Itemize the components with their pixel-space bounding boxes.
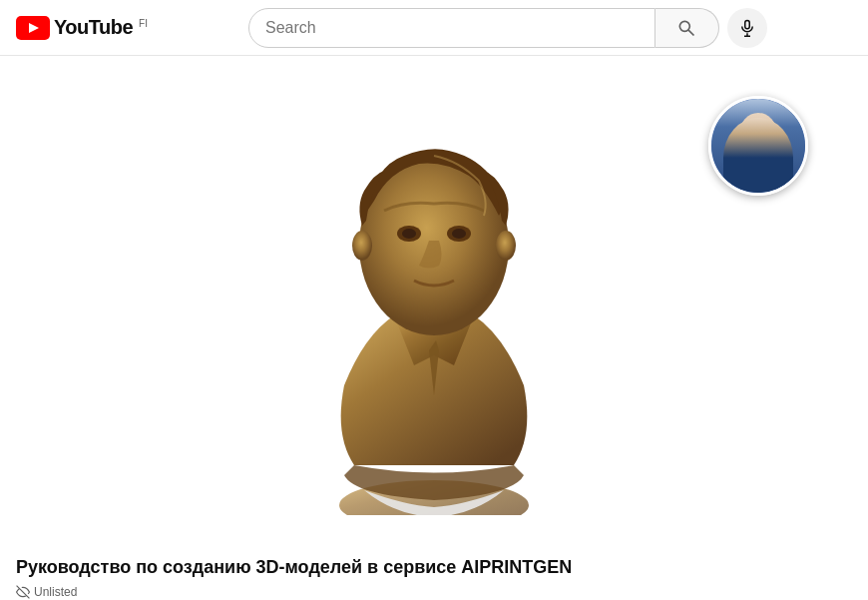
unlisted-icon: [16, 585, 30, 599]
video-title: Руководство по созданию 3D-моделей в сер…: [16, 556, 852, 579]
search-area: [248, 8, 767, 48]
logo-area: YouTube FI: [16, 16, 148, 40]
mic-button[interactable]: [727, 8, 767, 48]
mic-icon: [738, 19, 756, 37]
svg-point-2: [680, 21, 690, 31]
search-input[interactable]: [265, 19, 639, 37]
header: YouTube FI: [0, 0, 868, 56]
person-body: [723, 118, 793, 193]
youtube-badge: FI: [139, 18, 148, 29]
svg-rect-4: [745, 20, 750, 28]
search-icon: [676, 18, 696, 38]
svg-point-12: [402, 229, 416, 239]
svg-line-3: [689, 30, 694, 35]
video-container[interactable]: [0, 56, 868, 544]
svg-point-15: [496, 231, 516, 261]
webcam-feed: [711, 99, 805, 193]
pip-webcam: [708, 96, 808, 196]
youtube-icon: [16, 16, 50, 40]
video-info: Руководство по созданию 3D-моделей в сер…: [0, 544, 868, 600]
search-button[interactable]: [655, 8, 719, 48]
youtube-text: YouTube: [54, 16, 133, 39]
unlisted-badge: Unlisted: [16, 585, 852, 599]
unlisted-label: Unlisted: [34, 585, 77, 599]
svg-point-14: [352, 231, 372, 261]
statue-graphic: [274, 86, 594, 515]
svg-point-13: [452, 229, 466, 239]
youtube-logo[interactable]: YouTube FI: [16, 16, 148, 40]
search-input-wrap: [248, 8, 655, 48]
